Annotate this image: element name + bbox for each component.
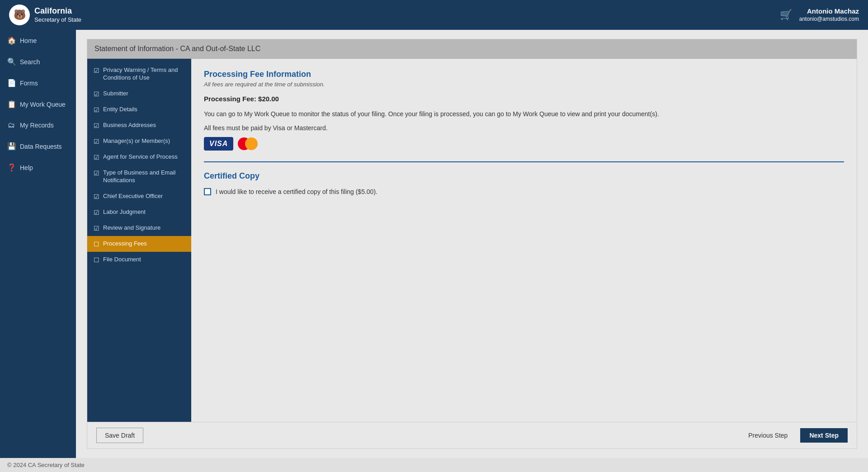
user-info: Antonio Machaz antonio@amstudios.com [799, 7, 859, 23]
step-managers-members[interactable]: ☑ Manager(s) or Member(s) [87, 133, 191, 149]
step-check-icon-1: ☑ [94, 67, 99, 74]
sidebar: 🏠 Home 🔍 Search 📄 Forms 📋 My Work Queue … [0, 30, 76, 458]
sidebar-item-my-work-queue[interactable]: 📋 My Work Queue [0, 94, 76, 115]
my-work-queue-icon: 📋 [7, 100, 15, 109]
sidebar-item-data-requests[interactable]: 💾 Data Requests [0, 136, 76, 157]
forms-icon: 📄 [7, 79, 15, 87]
certified-copy-option: I would like to receive a certified copy… [204, 188, 844, 195]
step-label-6: Agent for Service of Process [103, 153, 178, 161]
step-review-signature[interactable]: ☑ Review and Signature [87, 220, 191, 236]
form-body: ☑ Privacy Warning / Terms and Conditions… [87, 59, 857, 422]
help-icon: ❓ [7, 163, 15, 172]
main-content: Statement of Information - CA and Out-of… [76, 30, 868, 458]
sidebar-item-my-work-queue-label: My Work Queue [20, 101, 66, 108]
sidebar-item-forms[interactable]: 📄 Forms [0, 72, 76, 94]
step-label-4: Business Addresses [103, 122, 156, 129]
fee-description-1: You can go to My Work Queue to monitor t… [204, 109, 844, 119]
top-header: 🐻 California Secretary of State 🛒 Antoni… [0, 0, 868, 30]
certified-copy-label: I would like to receive a certified copy… [216, 188, 377, 195]
form-container: Statement of Information - CA and Out-of… [87, 39, 857, 449]
sidebar-item-search[interactable]: 🔍 Search [0, 51, 76, 72]
logo-circle: 🐻 [9, 5, 30, 25]
payment-icons: VISA [204, 137, 844, 151]
step-check-icon-9: ☑ [94, 209, 99, 216]
mc-right-circle [245, 137, 258, 150]
step-label-7: Type of Business and Email Notifications [103, 169, 185, 184]
logo-area: 🐻 California Secretary of State [9, 5, 81, 25]
visa-card-icon: VISA [204, 137, 233, 151]
home-icon: 🏠 [7, 36, 15, 45]
form-footer: Save Draft Previous Step Next Step [87, 422, 857, 448]
step-empty-icon-12: ☐ [94, 256, 99, 264]
step-label-10: Review and Signature [103, 224, 160, 232]
step-label-5: Manager(s) or Member(s) [103, 137, 170, 145]
mastercard-icon [238, 137, 258, 150]
sidebar-item-my-records-label: My Records [20, 122, 54, 129]
step-check-icon-4: ☑ [94, 122, 99, 129]
processing-fee-title: Processing Fee Information [204, 70, 844, 79]
sidebar-item-my-records[interactable]: 🗂 My Records [0, 115, 76, 136]
step-check-icon-5: ☑ [94, 138, 99, 145]
sidebar-item-data-requests-label: Data Requests [20, 143, 62, 150]
step-check-icon-8: ☑ [94, 193, 99, 200]
certified-copy-checkbox[interactable] [204, 188, 211, 195]
step-business-addresses[interactable]: ☑ Business Addresses [87, 118, 191, 133]
step-labor-judgment[interactable]: ☑ Labor Judgment [87, 204, 191, 220]
step-check-icon-6: ☑ [94, 154, 99, 161]
form-main-panel: Processing Fee Information All fees are … [191, 59, 857, 422]
step-label-1: Privacy Warning / Terms and Conditions o… [103, 66, 185, 82]
form-title: Statement of Information - CA and Out-of… [87, 39, 857, 59]
section-divider [204, 161, 844, 162]
save-draft-button[interactable]: Save Draft [96, 428, 143, 443]
data-requests-icon: 💾 [7, 142, 15, 151]
step-label-9: Labor Judgment [103, 208, 146, 216]
step-empty-icon-11: ☐ [94, 241, 99, 248]
step-type-business[interactable]: ☑ Type of Business and Email Notificatio… [87, 165, 191, 189]
next-step-button[interactable]: Next Step [800, 428, 848, 443]
step-processing-fees[interactable]: ☐ Processing Fees [87, 236, 191, 252]
step-file-document[interactable]: ☐ File Document [87, 252, 191, 268]
logo-bear-icon: 🐻 [14, 9, 26, 21]
step-label-8: Chief Executive Officer [103, 193, 163, 200]
sidebar-item-home-label: Home [20, 37, 37, 44]
state-name: California [34, 6, 81, 16]
step-check-icon-10: ☑ [94, 225, 99, 232]
state-sub: Secretary of State [34, 16, 81, 24]
sidebar-item-forms-label: Forms [20, 80, 38, 87]
sidebar-item-search-label: Search [20, 58, 40, 66]
user-area: 🛒 Antonio Machaz antonio@amstudios.com [780, 7, 859, 23]
user-name: Antonio Machaz [799, 7, 859, 16]
step-label-3: Entity Details [103, 106, 137, 113]
step-check-icon-7: ☑ [94, 170, 99, 177]
search-icon: 🔍 [7, 57, 15, 66]
step-chief-executive[interactable]: ☑ Chief Executive Officer [87, 189, 191, 204]
step-submitter[interactable]: ☑ Submitter [87, 86, 191, 102]
certified-copy-title: Certified Copy [204, 171, 844, 181]
page-footer: © 2024 CA Secretary of State [0, 458, 868, 472]
logo-text: California Secretary of State [34, 6, 81, 23]
my-records-icon: 🗂 [7, 121, 15, 129]
step-check-icon-2: ☑ [94, 90, 99, 98]
copyright-text: © 2024 CA Secretary of State [7, 462, 85, 468]
user-email: antonio@amstudios.com [799, 16, 859, 23]
sidebar-item-home[interactable]: 🏠 Home [0, 30, 76, 51]
step-label-11: Processing Fees [103, 240, 147, 248]
step-entity-details[interactable]: ☑ Entity Details [87, 102, 191, 118]
sidebar-item-help-label: Help [20, 164, 33, 171]
previous-step-button[interactable]: Previous Step [740, 428, 796, 443]
cart-icon[interactable]: 🛒 [780, 9, 792, 21]
step-agent-service[interactable]: ☑ Agent for Service of Process [87, 149, 191, 165]
step-label-2: Submitter [103, 90, 128, 98]
fee-amount: Processing Fee: $20.00 [204, 95, 844, 103]
step-privacy-warning[interactable]: ☑ Privacy Warning / Terms and Conditions… [87, 62, 191, 86]
step-label-12: File Document [103, 256, 141, 264]
sidebar-item-help[interactable]: ❓ Help [0, 157, 76, 178]
step-check-icon-3: ☑ [94, 106, 99, 113]
processing-fee-subtitle: All fees are required at the time of sub… [204, 81, 844, 88]
footer-right: Previous Step Next Step [740, 428, 848, 443]
steps-sidebar: ☑ Privacy Warning / Terms and Conditions… [87, 59, 191, 422]
payment-note: All fees must be paid by Visa or Masterc… [204, 124, 844, 132]
